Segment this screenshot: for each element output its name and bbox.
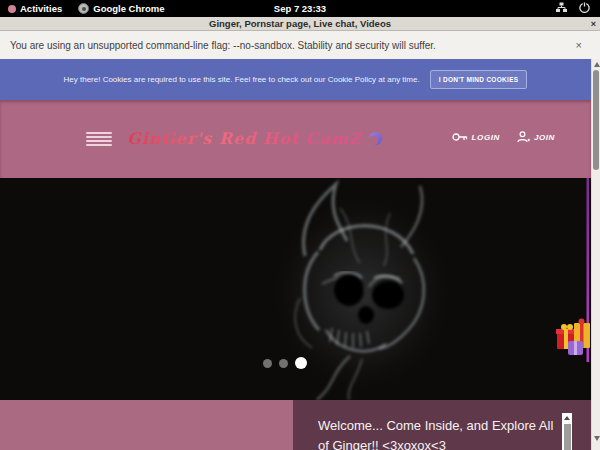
infobar-close-icon[interactable]: × (576, 39, 582, 51)
chrome-icon (78, 3, 89, 14)
app-menu-button[interactable]: Google Chrome (70, 0, 172, 17)
desktop-top-bar: Activities Google Chrome Sep 7 23:33 (0, 0, 600, 17)
welcome-line1: Welcome... Come Inside, and Explore All (318, 416, 591, 436)
hamburger-menu-icon[interactable] (86, 132, 112, 146)
scrollbar-thumb[interactable] (593, 70, 599, 170)
cookie-dismiss-button[interactable]: I DON'T MIND COOKIES (430, 70, 528, 89)
welcome-line2: of Ginger!! <3xoxox<3 (318, 436, 591, 450)
carousel-dots (263, 357, 307, 369)
key-icon (452, 132, 468, 142)
cookie-message: Hey there! Cookies are required to use t… (64, 75, 420, 84)
infobar-message: You are using an unsupported command-lin… (10, 40, 436, 51)
web-page: Hey there! Cookies are required to use t… (0, 59, 591, 450)
bottom-section: Welcome... Come Inside, and Explore All … (0, 400, 591, 450)
welcome-scrollbar[interactable] (562, 413, 572, 450)
hero-carousel (0, 178, 591, 400)
join-button[interactable]: JOIN (517, 131, 555, 143)
add-user-icon (517, 131, 530, 143)
window-title: Ginger, Pornstar page, Live chat, Videos (209, 18, 391, 29)
welcome-box: Welcome... Come Inside, and Explore All … (293, 400, 591, 450)
scroll-thumb[interactable] (564, 424, 571, 450)
moon-icon (368, 131, 383, 146)
activities-label: Activities (20, 3, 62, 14)
browser-viewport: Hey there! Cookies are required to use t… (0, 59, 600, 450)
join-label: JOIN (534, 133, 555, 142)
site-header: GinGer's Red Hot CamZ LOGIN (0, 100, 591, 178)
carousel-dot[interactable] (279, 359, 288, 368)
power-icon[interactable] (579, 2, 590, 15)
carousel-dot[interactable] (263, 359, 272, 368)
window-close-icon[interactable]: × (591, 17, 596, 31)
browser-scrollbar[interactable] (591, 59, 600, 450)
login-label: LOGIN (472, 133, 500, 142)
chrome-infobar: You are using an unsupported command-lin… (0, 31, 600, 59)
login-button[interactable]: LOGIN (452, 132, 500, 142)
cookie-banner: Hey there! Cookies are required to use t… (0, 59, 591, 100)
app-menu-label: Google Chrome (93, 3, 164, 14)
scroll-up-icon[interactable] (564, 416, 570, 420)
carousel-dot-active[interactable] (295, 357, 307, 369)
network-icon[interactable] (556, 2, 567, 15)
scrollbar-down-icon[interactable] (594, 436, 600, 441)
scrollbar-up-icon[interactable] (594, 62, 600, 67)
site-logo-text: GinGer's Red Hot CamZ (127, 129, 362, 148)
activities-button[interactable]: Activities (0, 0, 70, 17)
site-logo[interactable]: GinGer's Red Hot CamZ (127, 129, 383, 148)
activities-icon (8, 5, 16, 13)
window-title-bar: Ginger, Pornstar page, Live chat, Videos… (0, 17, 600, 31)
